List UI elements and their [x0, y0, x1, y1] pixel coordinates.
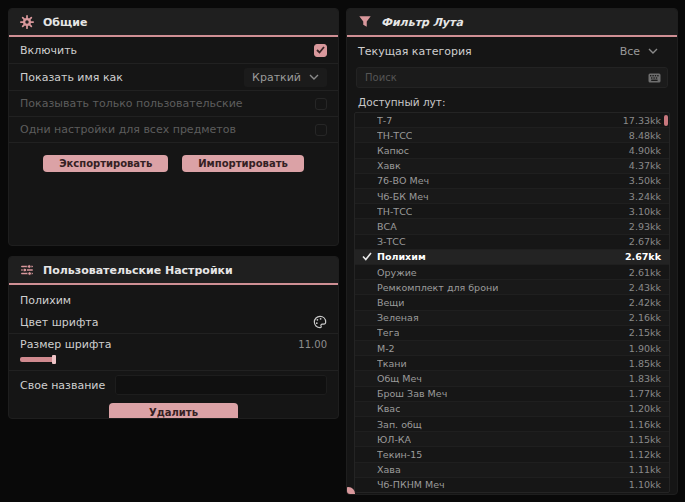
loot-row[interactable]: Тега 2.15kk — [355, 326, 669, 341]
gear-icon — [20, 15, 34, 29]
custom-name-input[interactable] — [115, 375, 327, 395]
category-select[interactable]: Все — [612, 42, 666, 61]
checkmark-icon — [362, 358, 372, 368]
keyboard-icon[interactable] — [648, 73, 667, 83]
loot-item-name: Общ Меч — [377, 373, 422, 384]
loot-item-name: З-ТСС — [377, 236, 406, 247]
custom-settings-title: Пользовательские Настройки — [43, 264, 233, 277]
loot-row[interactable]: ТН-ТСС 3.10kk — [355, 204, 669, 219]
enable-label: Включить — [20, 44, 77, 57]
loot-item-name: Брош Зав Меч — [377, 388, 447, 399]
funnel-icon — [358, 15, 372, 29]
loot-item-name: Квас — [377, 403, 400, 414]
category-value: Все — [620, 45, 640, 58]
loot-row[interactable]: Ткани 1.85kk — [355, 356, 669, 371]
font-size-value: 11.00 — [298, 339, 327, 350]
loot-row[interactable]: ТН-ТСС 8.48kk — [355, 128, 669, 143]
checkmark-icon — [362, 298, 372, 308]
loot-row[interactable]: Текин-15 1.12kk — [355, 447, 669, 462]
loot-row[interactable]: Капюс 4.90kk — [355, 143, 669, 158]
import-button[interactable]: Импортировать — [182, 155, 304, 172]
enable-checkbox[interactable] — [314, 44, 327, 57]
search-area — [347, 65, 677, 94]
only-custom-checkbox[interactable] — [315, 98, 327, 110]
loot-row[interactable]: Брош Зав Меч 1.77kk — [355, 387, 669, 402]
checkmark-icon — [362, 465, 372, 475]
loot-row[interactable]: Общ Меч 1.83kk — [355, 371, 669, 386]
loot-row[interactable]: Зеленая 2.16kk — [355, 311, 669, 326]
loot-filter-panel: Фильтр Лута Текущая категория Все — [346, 8, 678, 495]
checkmark-icon — [362, 161, 372, 171]
available-loot-label: Доступный лут: — [347, 94, 677, 112]
font-color-row: Цвет шрифта — [9, 311, 338, 334]
selected-item-name: Полихим — [9, 285, 338, 311]
slider-handle[interactable] — [52, 355, 56, 364]
chevron-down-icon — [309, 74, 319, 80]
loot-item-value: 3.50kk — [629, 175, 661, 186]
loot-row[interactable]: М-2 1.90kk — [355, 341, 669, 356]
checkmark-icon — [362, 267, 372, 277]
show-name-as-select[interactable]: Краткий — [244, 68, 327, 87]
loot-item-value: 2.43kk — [629, 282, 661, 293]
loot-row[interactable]: Хава 1.11kk — [355, 463, 669, 478]
loot-item-value: 1.20kk — [629, 403, 661, 414]
export-button[interactable]: Экспортировать — [43, 155, 168, 172]
checkmark-icon — [362, 328, 372, 338]
checkmark-icon — [362, 146, 372, 156]
checkmark-icon — [362, 404, 372, 414]
loot-row[interactable]: Т-7 17.33kk — [355, 113, 669, 128]
loot-row[interactable]: Квас 1.20kk — [355, 402, 669, 417]
loot-row[interactable]: Чб-БК Меч 3.24kk — [355, 189, 669, 204]
loot-row[interactable]: Ремкомплект для брони 2.43kk — [355, 280, 669, 295]
loot-row[interactable]: Хавк 4.37kk — [355, 159, 669, 174]
checkmark-icon — [362, 191, 372, 201]
loot-row[interactable]: Зап. общ 1.16kk — [355, 417, 669, 432]
loot-item-value: 2.42kk — [629, 297, 661, 308]
show-name-as-value: Краткий — [252, 71, 301, 84]
font-color-label: Цвет шрифта — [20, 316, 98, 329]
loot-row[interactable]: ЮЛ-КА 1.15kk — [355, 432, 669, 447]
loot-item-name: Капюс — [377, 145, 409, 156]
loot-row[interactable]: З-ТСС 2.67kk — [355, 235, 669, 250]
custom-name-row: Свое название — [9, 371, 338, 399]
loot-row[interactable]: Оружие 2.61kk — [355, 265, 669, 280]
loot-item-name: М-2 — [377, 343, 395, 354]
general-panel-title: Общие — [43, 16, 87, 29]
loot-row[interactable]: ВСА 2.93kk — [355, 219, 669, 234]
loot-row[interactable]: Полихим 2.67kk — [355, 250, 669, 265]
checkmark-icon — [362, 206, 372, 216]
same-settings-label: Одни настройки для всех предметов — [20, 123, 236, 136]
loot-item-value: 1.90kk — [629, 343, 661, 354]
loot-row[interactable]: Чб-ПКНМ Меч 1.10kk — [355, 478, 669, 492]
loot-item-name: Тега — [377, 327, 399, 338]
font-size-slider[interactable] — [20, 355, 327, 364]
checkmark-icon — [362, 343, 372, 353]
loot-item-value: 1.15kk — [629, 434, 661, 445]
same-settings-checkbox[interactable] — [315, 124, 327, 136]
loot-item-name: Полихим — [377, 251, 426, 262]
loot-item-name: Зап. общ — [377, 419, 422, 430]
loot-item-value: 1.10kk — [629, 479, 661, 490]
palette-icon[interactable] — [313, 315, 327, 329]
custom-name-label: Свое название — [20, 379, 105, 392]
loot-item-name: Т-7 — [377, 115, 392, 126]
checkmark-icon — [362, 450, 372, 460]
loot-filter-title: Фильтр Лута — [381, 16, 463, 29]
loot-list: Т-7 17.33kk ТН-ТСС 8.48kk Капюс 4.90kk Х… — [354, 112, 670, 493]
loot-item-value: 1.83kk — [629, 373, 661, 384]
scrollbar-thumb[interactable] — [664, 115, 668, 126]
search-box — [356, 67, 668, 88]
custom-settings-panel: Пользовательские Настройки Полихим Цвет … — [8, 256, 339, 419]
font-size-label: Размер шрифта — [20, 338, 112, 351]
loot-item-name: 76-ВО Меч — [377, 175, 429, 186]
search-input[interactable] — [357, 72, 648, 83]
checkmark-icon — [362, 313, 372, 323]
delete-button[interactable]: Удалить — [109, 403, 238, 419]
loot-item-name: ТН-ТСС — [377, 206, 412, 217]
custom-settings-header: Пользовательские Настройки — [9, 257, 338, 285]
loot-row[interactable]: Вещи 2.42kk — [355, 295, 669, 310]
checkmark-icon — [362, 389, 372, 399]
loot-item-value: 4.90kk — [629, 145, 661, 156]
loot-row[interactable]: 76-ВО Меч 3.50kk — [355, 174, 669, 189]
loot-item-value: 1.85kk — [629, 358, 661, 369]
